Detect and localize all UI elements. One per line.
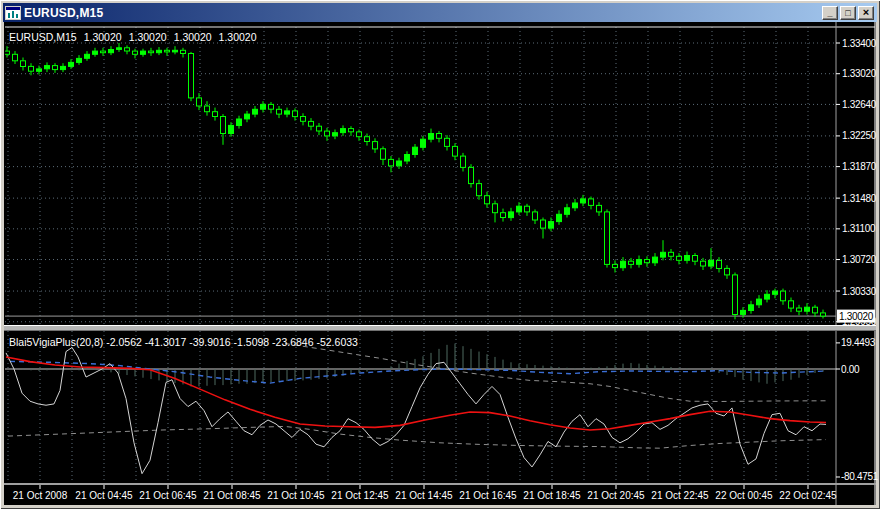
- info-high: 1.30020: [129, 31, 167, 43]
- indicator-label: Blai5VigiaPlus(20,8) -2.0562 -41.3017 -3…: [9, 336, 358, 348]
- window-title: EURUSD,M15: [24, 6, 822, 20]
- info-close: 1.30020: [219, 31, 257, 43]
- indicator-pane[interactable]: [4, 348, 836, 482]
- price-axis[interactable]: [836, 22, 876, 483]
- chart-window-icon: [5, 6, 21, 20]
- info-open: 1.30020: [84, 31, 122, 43]
- close-button[interactable]: ×: [858, 6, 874, 20]
- ohlc-info-line: EURUSD,M15 1.30020 1.30020 1.30020 1.300…: [9, 31, 257, 43]
- info-symbol: EURUSD,M15: [9, 31, 77, 43]
- pane-separator[interactable]: [4, 325, 876, 331]
- application-window: 1.334001.330201.326401.322501.318701.314…: [0, 0, 880, 509]
- title-bar[interactable]: EURUSD,M15 _ □ ×: [3, 3, 877, 22]
- info-low: 1.30020: [174, 31, 212, 43]
- time-axis[interactable]: [4, 485, 836, 505]
- chart-pane[interactable]: [4, 44, 836, 324]
- maximize-button[interactable]: □: [840, 6, 856, 20]
- minimize-button[interactable]: _: [822, 6, 838, 20]
